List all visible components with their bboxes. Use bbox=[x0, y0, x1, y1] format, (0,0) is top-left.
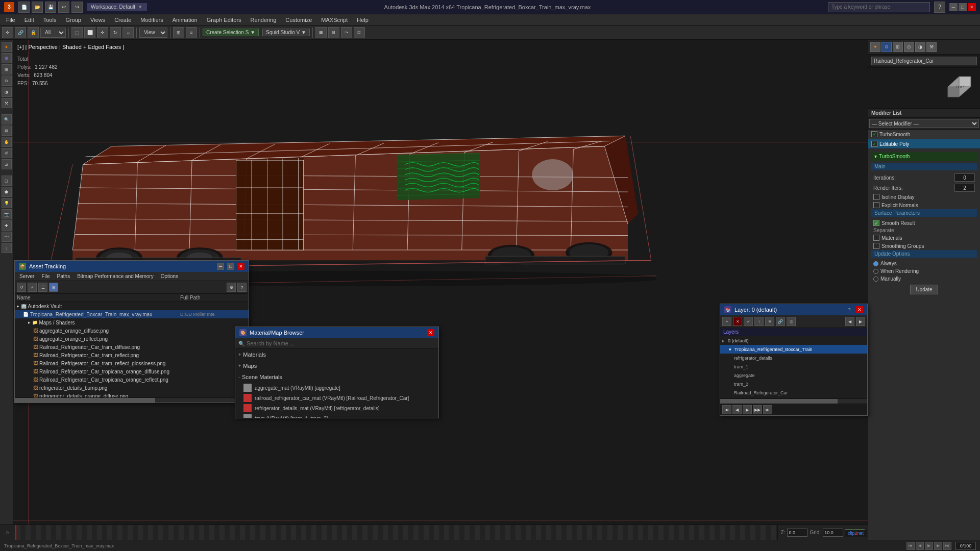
link-btn[interactable]: 🔗 bbox=[15, 27, 26, 38]
menu-edit[interactable]: Edit bbox=[20, 16, 38, 24]
at-item-img4[interactable]: 🖼 Railroad_Refrigerator_Car_tram_reflect… bbox=[15, 351, 249, 359]
view-dropdown[interactable]: View bbox=[139, 28, 167, 38]
layer-add-btn[interactable]: ↑ bbox=[754, 317, 764, 326]
lw-prev-key-btn[interactable]: ◀ bbox=[732, 405, 742, 414]
z-value[interactable]: 0.0 bbox=[787, 529, 807, 537]
last-frame-btn[interactable]: ⏭ bbox=[943, 542, 951, 550]
at-menu-bitmap[interactable]: Bitmap Performance and Memory bbox=[75, 273, 156, 280]
motion-icon[interactable]: ⊙ bbox=[904, 42, 914, 52]
mat-browser-close-btn[interactable]: ✕ bbox=[427, 329, 434, 336]
zoom-btn[interactable]: 🔍 bbox=[2, 114, 12, 124]
create-icon[interactable]: ✦ bbox=[870, 42, 880, 52]
squid-studio-btn[interactable]: Squid Studio V ▼ bbox=[262, 29, 310, 36]
ts-smooth-result-checkbox[interactable]: ✓ bbox=[873, 220, 879, 226]
menu-graph-editors[interactable]: Graph Editors bbox=[203, 16, 246, 24]
layer-item-refrigerator-details[interactable]: refrigerator_details bbox=[720, 354, 867, 362]
ts-manually-radio[interactable] bbox=[873, 277, 878, 282]
layer-scrollbar-thumb[interactable] bbox=[720, 399, 838, 404]
menu-animation[interactable]: Animation bbox=[168, 16, 202, 24]
at-item-img1[interactable]: 🖼 aggregate_orange_diffuse.png bbox=[15, 327, 249, 335]
systems-btn[interactable]: ⋮ bbox=[2, 243, 12, 253]
at-item-img6[interactable]: 🖼 Railroad_Refrigerator_Car_tropicana_or… bbox=[15, 367, 249, 375]
menu-views[interactable]: Views bbox=[86, 16, 109, 24]
at-refresh-btn[interactable]: ↺ bbox=[17, 283, 26, 292]
menu-modifiers[interactable]: Modifiers bbox=[136, 16, 167, 24]
minimize-btn[interactable]: ─ bbox=[949, 3, 958, 11]
menu-tools[interactable]: Tools bbox=[39, 16, 61, 24]
at-item-img2[interactable]: 🖼 aggregate_orange_reflect.png bbox=[15, 335, 249, 343]
at-settings-btn[interactable]: ⚙ bbox=[227, 283, 236, 292]
layer-item-tram1[interactable]: tram_1 bbox=[720, 362, 867, 371]
move-btn[interactable]: ✛ bbox=[97, 27, 108, 38]
ts-update-btn[interactable]: Update bbox=[910, 285, 938, 294]
mirror-btn[interactable]: ⊞ bbox=[173, 27, 184, 38]
timeline-track[interactable] bbox=[15, 525, 777, 540]
at-menu-server[interactable]: Server bbox=[17, 273, 37, 280]
mat-section-materials[interactable]: + Materials bbox=[235, 349, 438, 360]
ts-always-radio[interactable] bbox=[873, 261, 878, 266]
at-menu-paths[interactable]: Paths bbox=[55, 273, 73, 280]
at-item-img7[interactable]: 🖼 Railroad_Refrigerator_Car_tropicana_or… bbox=[15, 375, 249, 384]
lw-last-btn[interactable]: ⏭ bbox=[763, 405, 772, 414]
mat-item-tram[interactable]: tram (VRayMtl) [tram_1, tram_2] bbox=[235, 413, 438, 418]
at-menu-file[interactable]: File bbox=[39, 273, 52, 280]
utilities-icon[interactable]: ⚒ bbox=[926, 42, 937, 52]
at-item-img5[interactable]: 🖼 Railroad_Refrigerator_Car_tram_reflect… bbox=[15, 359, 249, 367]
display-icon[interactable]: ◑ bbox=[915, 42, 925, 52]
lights-btn[interactable]: 💡 bbox=[2, 198, 12, 208]
layer-render-btn[interactable]: ◎ bbox=[787, 317, 796, 326]
redo-btn[interactable]: ↪ bbox=[71, 2, 83, 13]
schematic-btn[interactable]: ⊡ bbox=[354, 27, 365, 38]
viewport-cube[interactable]: TOP bbox=[943, 71, 976, 105]
prev-key-btn[interactable]: ◀ bbox=[916, 542, 924, 550]
object-name-field[interactable]: Railroad_Refrigerator_Car bbox=[871, 57, 977, 65]
at-grid-btn[interactable]: ⊞ bbox=[49, 283, 58, 292]
at-item-img3[interactable]: 🖼 Railroad_Refrigerator_Car_tram_diffuse… bbox=[15, 343, 249, 351]
layer-select-btn[interactable]: ✓ bbox=[744, 317, 753, 326]
select-btn[interactable]: ⬚ bbox=[71, 27, 83, 38]
align-btn[interactable]: ≡ bbox=[186, 27, 197, 38]
menu-rendering[interactable]: Rendering bbox=[247, 16, 281, 24]
layer-freeze-btn[interactable]: ❄ bbox=[765, 317, 774, 326]
help-btn[interactable]: ? bbox=[934, 2, 945, 13]
ts-smoothing-groups-checkbox[interactable] bbox=[873, 243, 879, 249]
zoom-all-btn[interactable]: ⊠ bbox=[2, 126, 12, 136]
at-menu-options[interactable]: Options bbox=[158, 273, 181, 280]
rotate-btn[interactable]: ↻ bbox=[110, 27, 121, 38]
at-item-img9[interactable]: 🖼 refrigerator_details_orange_diffuse.pn… bbox=[15, 392, 249, 397]
unlink-btn[interactable]: 🔓 bbox=[28, 27, 39, 38]
menu-group[interactable]: Group bbox=[61, 16, 85, 24]
at-item-train-max[interactable]: 📄 Tropicana_Refrigerated_Boxcar_Train_ma… bbox=[15, 310, 249, 318]
lw-next-key-btn[interactable]: ▶▶ bbox=[753, 405, 762, 414]
layer-item-aggregate[interactable]: aggregate bbox=[720, 371, 867, 380]
field-of-view-btn[interactable]: ⊿ bbox=[2, 159, 12, 169]
spacewarps-btn[interactable]: 〰 bbox=[2, 232, 12, 242]
layer-item-tropicana[interactable]: ▾ Tropicana_Refrigerated_Boxcar_Train bbox=[720, 345, 867, 354]
at-scrollbar-thumb[interactable] bbox=[15, 398, 155, 403]
layer-item-tram2[interactable]: tram_2 bbox=[720, 380, 867, 388]
shapes-btn[interactable]: ⬟ bbox=[2, 187, 12, 197]
at-close-btn[interactable]: ✕ bbox=[237, 263, 244, 270]
ts-when-rendering-radio[interactable] bbox=[873, 269, 878, 274]
at-help-btn[interactable]: ? bbox=[237, 283, 247, 292]
editable-poly-enabled-checkbox[interactable]: ✓ bbox=[871, 141, 877, 147]
select-region-btn[interactable]: ⬜ bbox=[84, 27, 95, 38]
create-panel-btn[interactable]: ✦ bbox=[2, 42, 12, 52]
create-selection-btn[interactable]: Create Selection S ▼ bbox=[203, 29, 259, 36]
ts-materials-checkbox[interactable] bbox=[873, 235, 879, 241]
lw-prev-btn[interactable]: ⏮ bbox=[722, 405, 731, 414]
scale-btn[interactable]: ⟖ bbox=[122, 27, 134, 38]
menu-file[interactable]: File bbox=[2, 16, 19, 24]
layer-right-btn[interactable]: ▶ bbox=[856, 317, 865, 326]
select-object-btn[interactable]: ✛ bbox=[2, 27, 13, 38]
menu-help[interactable]: Help bbox=[353, 16, 373, 24]
layer-item-railroad-car[interactable]: Railroad_Refrigerator_Car bbox=[720, 388, 867, 397]
ts-isoline-checkbox[interactable] bbox=[873, 194, 879, 200]
menu-customize[interactable]: Customize bbox=[281, 16, 316, 24]
motion-btn[interactable]: ⊙ bbox=[2, 76, 12, 86]
ts-iterations-input[interactable] bbox=[954, 173, 975, 182]
layer-left-btn[interactable]: ◀ bbox=[845, 317, 854, 326]
maximize-btn[interactable]: □ bbox=[959, 3, 967, 11]
menu-create[interactable]: Create bbox=[110, 16, 135, 24]
layer-link-btn[interactable]: 🔗 bbox=[776, 317, 785, 326]
